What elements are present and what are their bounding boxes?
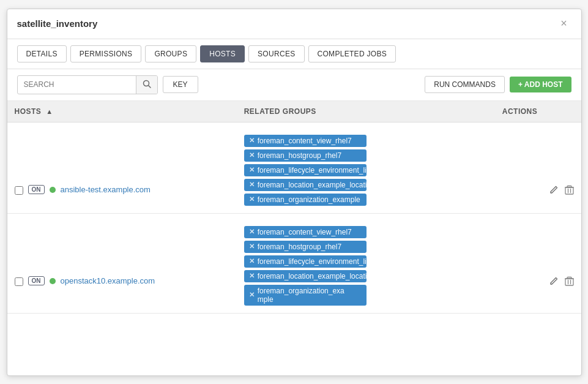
tag-1-0: ✕foreman_content_view_rhel7 [244, 226, 367, 238]
host-cell-0: ON ansible-test.example.com [7, 122, 237, 213]
host-cell-1: ON openstack10.example.com [7, 213, 237, 313]
table-row: ON openstack10.example.com ✕foreman_cont… [7, 213, 581, 313]
tag-1-4: ✕foreman_organization_exa mple [244, 285, 367, 306]
tab-groups[interactable]: GROUPS [145, 45, 196, 62]
search-icon [143, 80, 151, 88]
on-badge-0: ON [28, 185, 45, 194]
tag-0-1: ✕foreman_hostgroup_rhel7 [244, 149, 367, 162]
tag-remove-0-0[interactable]: ✕ [249, 137, 255, 145]
search-input[interactable] [18, 77, 136, 92]
host-checkbox-0[interactable] [15, 186, 23, 195]
tag-1-2: ✕foreman_lifecycle_environment_library [244, 255, 367, 268]
tag-remove-1-1[interactable]: ✕ [249, 243, 255, 250]
tag-remove-1-2[interactable]: ✕ [249, 257, 255, 265]
tag-1-3: ✕foreman_location_example_location [244, 270, 367, 282]
tags-cell-1: ✕foreman_content_view_rhel7✕foreman_host… [237, 213, 495, 313]
host-checkbox-1[interactable] [15, 277, 23, 286]
key-button[interactable]: KEY [163, 76, 198, 93]
actions-cell-0 [495, 122, 581, 213]
modal-container: satellite_inventory × DETAILS PERMISSION… [7, 9, 582, 376]
tag-0-2: ✕foreman_lifecycle_environment_library [244, 164, 367, 176]
col-hosts-header: HOSTS ▲ [7, 101, 237, 122]
tab-permissions[interactable]: PERMISSIONS [70, 45, 142, 62]
add-host-button[interactable]: + ADD HOST [510, 77, 571, 92]
hosts-table: HOSTS ▲ RELATED GROUPS ACTIONS ON ansibl… [7, 101, 581, 314]
modal-header: satellite_inventory × [7, 9, 581, 39]
tab-sources[interactable]: SOURCES [248, 45, 304, 62]
toolbar: KEY RUN COMMANDS + ADD HOST [7, 69, 581, 101]
delete-icon-1[interactable] [565, 276, 574, 288]
tags-cell-0: ✕foreman_content_view_rhel7✕foreman_host… [237, 122, 495, 213]
col-actions-header: ACTIONS [495, 101, 581, 122]
tab-details[interactable]: DETAILS [17, 45, 67, 62]
on-badge-1: ON [28, 276, 45, 285]
tab-bar: DETAILS PERMISSIONS GROUPS HOSTS SOURCES… [7, 39, 581, 69]
tag-0-0: ✕foreman_content_view_rhel7 [244, 135, 367, 147]
delete-icon-0[interactable] [565, 185, 574, 197]
run-commands-button[interactable]: RUN COMMANDS [425, 76, 505, 93]
svg-line-1 [148, 85, 151, 88]
tag-0-3: ✕foreman_location_example_location [244, 179, 367, 191]
tag-remove-1-3[interactable]: ✕ [249, 272, 255, 280]
host-link-0[interactable]: ansible-test.example.com [61, 185, 151, 194]
tag-remove-0-2[interactable]: ✕ [249, 166, 255, 174]
edit-icon-1[interactable] [549, 276, 559, 288]
svg-rect-7 [565, 279, 573, 285]
hosts-tbody: ON ansible-test.example.com ✕foreman_con… [7, 122, 581, 313]
host-link-1[interactable]: openstack10.example.com [61, 276, 155, 285]
table-container: HOSTS ▲ RELATED GROUPS ACTIONS ON ansibl… [7, 101, 581, 314]
modal-title: satellite_inventory [17, 18, 98, 29]
tag-1-1: ✕foreman_hostgroup_rhel7 [244, 241, 367, 253]
edit-icon-0[interactable] [549, 185, 559, 197]
tag-remove-0-4[interactable]: ✕ [249, 195, 255, 203]
search-container [17, 75, 158, 94]
tab-hosts[interactable]: HOSTS [200, 45, 245, 62]
tag-remove-0-1[interactable]: ✕ [249, 151, 255, 159]
status-dot-0 [50, 187, 56, 193]
status-dot-1 [50, 278, 56, 284]
actions-cell-1 [495, 213, 581, 313]
table-header: HOSTS ▲ RELATED GROUPS ACTIONS [7, 101, 581, 122]
col-related-groups-header: RELATED GROUPS [237, 101, 495, 122]
modal-close-button[interactable]: × [557, 17, 571, 31]
tag-remove-1-0[interactable]: ✕ [249, 228, 255, 236]
sort-arrow-icon: ▲ [46, 108, 53, 115]
tag-0-4: ✕foreman_organization_example [244, 194, 367, 206]
svg-rect-2 [565, 187, 573, 194]
tab-completed-jobs[interactable]: COMPLETED JOBS [308, 45, 396, 62]
tag-remove-1-4[interactable]: ✕ [249, 291, 255, 299]
tag-remove-0-3[interactable]: ✕ [249, 181, 255, 189]
table-row: ON ansible-test.example.com ✕foreman_con… [7, 122, 581, 213]
search-button[interactable] [136, 76, 157, 94]
